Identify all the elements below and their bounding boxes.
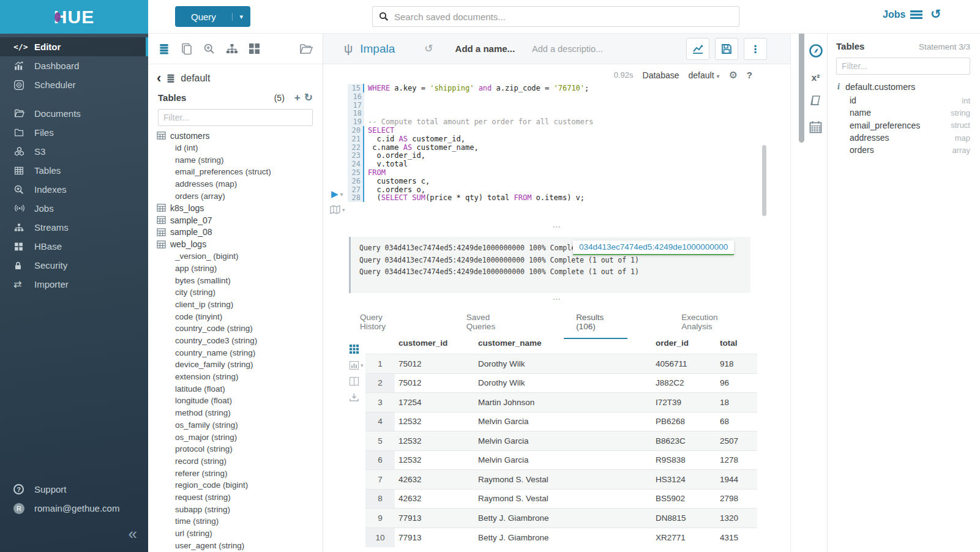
editor-help-icon[interactable]: ? <box>747 70 752 80</box>
editor-scrollbar[interactable] <box>762 145 766 216</box>
assist-column[interactable]: _version_ (bigint) <box>157 250 323 263</box>
assist-column[interactable]: subapp (string) <box>157 503 323 515</box>
grid-view-icon[interactable] <box>350 345 359 354</box>
jobs-link[interactable]: Jobs <box>883 9 922 20</box>
assist-column[interactable]: record (string) <box>157 455 323 468</box>
right-column-name[interactable]: namestring <box>836 106 970 119</box>
column-name[interactable]: orders <box>836 145 952 155</box>
sidebar-item-importer[interactable]: ⇄Importer <box>0 275 148 294</box>
table-name[interactable]: k8s_logs <box>170 203 204 213</box>
results-row[interactable]: 317254Martin JohnsonI72T3918 <box>365 393 757 412</box>
sidebar-item-dashboard[interactable]: Dashboard <box>0 56 148 75</box>
editor-history-icon[interactable]: ↺ <box>424 42 433 55</box>
assist-column[interactable]: app (string) <box>157 263 323 275</box>
table-info-icon[interactable]: i <box>837 82 840 92</box>
more-actions-button[interactable]: ⋮ <box>744 38 767 60</box>
right-column-id[interactable]: idint <box>836 94 970 106</box>
results-row[interactable]: 175012Dorothy Wilk4056711918 <box>365 354 757 374</box>
assist-column[interactable]: email_preferences (struct) <box>157 166 323 178</box>
assist-column[interactable]: time (string) <box>157 515 323 528</box>
code-line[interactable]: 16 <box>323 92 790 101</box>
assist-column[interactable]: bytes (smallint) <box>157 274 323 286</box>
jobs-label[interactable]: Jobs <box>883 9 905 20</box>
hue-logo[interactable]: HUE <box>0 0 148 34</box>
code-line[interactable]: 24 v.total <box>323 160 790 168</box>
sidebar-item-jobs[interactable]: Jobs <box>0 199 148 218</box>
sidebar-collapse-icon[interactable]: « <box>129 524 137 543</box>
results-row[interactable]: 275012Dorothy WilkJ882C296 <box>365 373 757 393</box>
sidebar-item-streams[interactable]: Streams <box>0 218 148 237</box>
query-dropdown-caret-icon[interactable]: ▾ <box>232 13 250 21</box>
explain-map-icon[interactable] <box>330 205 340 214</box>
open-folder-icon[interactable] <box>299 43 313 55</box>
results-col-header[interactable]: total <box>716 334 757 354</box>
active-table-name[interactable]: default.customers <box>845 82 915 92</box>
code-line[interactable]: 19-- Compute total amount per order for … <box>323 117 790 126</box>
documents-copy-icon[interactable] <box>181 43 193 55</box>
table-name[interactable]: sample_07 <box>170 215 212 225</box>
assist-table-customers[interactable]: customers <box>157 130 323 142</box>
right-column-addresses[interactable]: addressesmap <box>836 132 970 144</box>
refresh-tables-icon[interactable]: ↻ <box>304 91 313 104</box>
results-row[interactable]: 612532Melvin GarciaR9S8381278 <box>365 450 757 470</box>
assist-column[interactable]: city (string) <box>157 286 323 299</box>
functions-icon[interactable]: x² <box>812 72 820 83</box>
column-name[interactable]: name <box>836 108 951 117</box>
code-line[interactable]: 18 <box>323 109 790 117</box>
chart-view-icon[interactable]: ▾ <box>350 361 364 370</box>
main-scrollbar[interactable] <box>799 32 804 143</box>
assist-database-name[interactable]: default <box>181 73 210 84</box>
active-table-row[interactable]: i default.customers <box>836 80 970 94</box>
assist-column[interactable]: name (string) <box>157 154 323 166</box>
sidebar-item-tables[interactable]: Tables <box>0 161 148 180</box>
code-line[interactable]: 15WHERE a.key = 'shipping' and a.zip_cod… <box>323 84 790 92</box>
query-id-tooltip[interactable]: 034d413ec7474ed5:4249de1000000000 <box>573 241 734 255</box>
code-line[interactable]: 23 o.order_id, <box>323 151 790 160</box>
new-query-button[interactable]: Query ▾ <box>175 6 250 27</box>
assist-column[interactable]: addresses (map) <box>157 178 323 190</box>
run-query-button[interactable]: ▶ <box>331 188 339 200</box>
chart-button[interactable] <box>686 38 709 60</box>
sidebar-item-scheduler[interactable]: Scheduler <box>0 75 148 94</box>
explain-caret-icon[interactable]: ▾ <box>342 207 345 213</box>
assist-column[interactable]: longitude (float) <box>157 395 323 407</box>
assist-table-k8s_logs[interactable]: k8s_logs <box>157 202 323 214</box>
assist-column[interactable]: id (int) <box>157 142 323 154</box>
search-plus-icon[interactable] <box>203 43 215 55</box>
sitemap-icon[interactable] <box>226 43 238 55</box>
apps-grid-icon[interactable] <box>249 43 260 54</box>
sidebar-item-indexes[interactable]: Indexes <box>0 180 148 199</box>
right-column-orders[interactable]: ordersarray <box>836 144 970 156</box>
assist-column[interactable]: latitude (float) <box>157 382 323 395</box>
code-line[interactable]: 26 customers c, <box>323 177 790 185</box>
sidebar-item-support[interactable]: ?Support <box>0 480 148 499</box>
columns-view-icon[interactable] <box>350 377 359 386</box>
database-select[interactable]: default ▾ <box>689 70 720 80</box>
code-line[interactable]: 27 c.orders o, <box>323 185 790 194</box>
code-line[interactable]: 20SELECT <box>323 126 790 135</box>
schedule-calendar-icon[interactable] <box>809 121 822 136</box>
sidebar-item-hbase[interactable]: HBase <box>0 237 148 256</box>
results-row[interactable]: 512532Melvin GarciaB8623C2507 <box>365 431 757 451</box>
results-row[interactable]: 742632Raymond S. VestalHS31241944 <box>365 470 757 490</box>
assist-column[interactable]: method (string) <box>157 407 323 419</box>
assist-column[interactable]: url (string) <box>157 528 323 540</box>
right-column-email_preferences[interactable]: email_preferencesstruct <box>836 119 970 132</box>
assist-column[interactable]: country_name (string) <box>157 346 323 359</box>
code-line[interactable]: 22 c.name AS customer_name, <box>323 143 790 152</box>
sidebar-item-security[interactable]: Security <box>0 256 148 275</box>
code-line[interactable]: 28 (SELECT SUM(price * qty) total FROM o… <box>323 193 790 202</box>
column-name[interactable]: addresses <box>836 133 955 143</box>
results-row[interactable]: 977913Betty J. GiambroneDN88151320 <box>365 509 757 528</box>
assist-column[interactable]: region_code (bigint) <box>157 479 323 491</box>
column-name[interactable]: email_preferences <box>836 121 951 130</box>
run-options-caret-icon[interactable]: ▾ <box>340 191 343 198</box>
assist-column[interactable]: device_family (string) <box>157 359 323 371</box>
global-search-input[interactable]: Search saved documents... <box>372 6 739 27</box>
assist-filter-input[interactable]: Filter... <box>158 109 313 126</box>
databases-icon[interactable] <box>158 43 170 55</box>
add-table-icon[interactable]: + <box>294 92 301 104</box>
query-name-field[interactable]: Add a name... <box>455 43 515 54</box>
editor-settings-gear-icon[interactable]: ⚙ <box>728 69 737 81</box>
assist-column[interactable]: referer (string) <box>157 467 323 479</box>
